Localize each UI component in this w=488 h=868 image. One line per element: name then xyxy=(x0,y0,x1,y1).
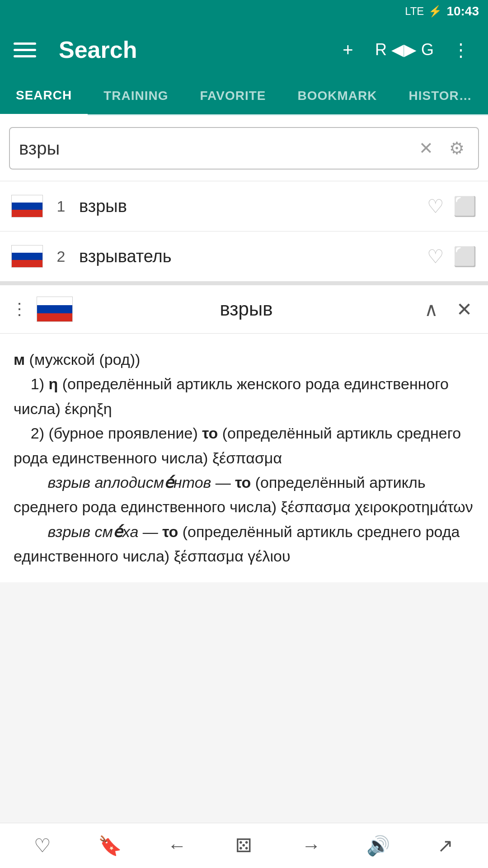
bottom-bookmark-button[interactable]: 🔖 xyxy=(87,830,132,862)
detail-flag-icon xyxy=(37,297,73,322)
bottom-bar: ♡ 🔖 ← ⚄ → 🔊 ↗ xyxy=(0,823,488,868)
result-actions: ♡ ⬜ xyxy=(427,195,477,217)
detail-more-button[interactable]: ⋮ xyxy=(11,300,28,319)
detail-panel: ⋮ взрыв ∧ ✕ м (мужской (род)) 1) η (опре… xyxy=(0,285,488,582)
page-title: Search xyxy=(59,36,321,63)
result-number: 2 xyxy=(52,248,70,265)
detail-separator xyxy=(0,282,488,285)
bookmark-button[interactable]: ⬜ xyxy=(453,245,477,268)
collapse-detail-button[interactable]: ∧ xyxy=(420,298,443,321)
bottom-share-button[interactable]: ↗ xyxy=(423,830,468,862)
battery-icon: ⚡ xyxy=(428,5,442,18)
search-box: взры ✕ ⚙ xyxy=(9,127,479,170)
tab-favorite[interactable]: FAVORITE xyxy=(184,77,282,114)
clock: 10:43 xyxy=(446,4,479,19)
russian-flag-icon xyxy=(11,195,43,217)
favorite-button[interactable]: ♡ xyxy=(427,195,444,217)
add-button[interactable]: + xyxy=(334,36,361,63)
russian-flag-icon xyxy=(11,245,43,268)
bottom-dice-button[interactable]: ⚄ xyxy=(221,830,267,862)
bookmark-button[interactable]: ⬜ xyxy=(453,195,477,217)
app-bar: Search + R ◀▶ G ⋮ xyxy=(0,23,488,77)
result-actions: ♡ ⬜ xyxy=(427,245,477,268)
result-word: взрыватель xyxy=(79,247,418,266)
clear-search-button[interactable]: ✕ xyxy=(412,136,440,160)
tab-bookmark[interactable]: BOOKMARK xyxy=(282,77,393,114)
search-settings-button[interactable]: ⚙ xyxy=(445,136,469,160)
results-list: 1 взрыв ♡ ⬜ 2 взрыватель ♡ ⬜ xyxy=(0,181,488,282)
result-number: 1 xyxy=(52,198,70,215)
result-item[interactable]: 2 взрыватель ♡ ⬜ xyxy=(0,231,488,282)
search-container: взры ✕ ⚙ xyxy=(0,116,488,181)
lte-icon: LTE xyxy=(405,5,424,18)
result-item[interactable]: 1 взрыв ♡ ⬜ xyxy=(0,181,488,231)
close-detail-button[interactable]: ✕ xyxy=(452,298,477,321)
tab-history[interactable]: HISTOR… xyxy=(393,77,488,114)
definition-text: м (мужской (род)) 1) η (определённый арт… xyxy=(0,334,488,582)
bottom-back-button[interactable]: ← xyxy=(154,830,199,862)
tab-training[interactable]: TRAINING xyxy=(88,77,184,114)
search-input[interactable]: взры xyxy=(19,138,408,159)
favorite-button[interactable]: ♡ xyxy=(427,245,444,268)
detail-header: ⋮ взрыв ∧ ✕ xyxy=(0,285,488,334)
bottom-volume-button[interactable]: 🔊 xyxy=(356,830,401,862)
result-word: взрыв xyxy=(79,197,418,216)
bottom-heart-button[interactable]: ♡ xyxy=(20,830,65,862)
tab-search[interactable]: SEARCH xyxy=(0,77,88,116)
detail-word: взрыв xyxy=(82,298,411,320)
menu-icon[interactable] xyxy=(14,42,36,57)
more-options-button[interactable]: ⋮ xyxy=(447,36,474,63)
status-bar: LTE ⚡ 10:43 xyxy=(0,0,488,23)
bottom-forward-button[interactable]: → xyxy=(289,830,334,862)
tabs-bar: SEARCH TRAINING FAVORITE BOOKMARK HISTOR… xyxy=(0,77,488,116)
rdg-button[interactable]: R ◀▶ G xyxy=(375,40,434,59)
